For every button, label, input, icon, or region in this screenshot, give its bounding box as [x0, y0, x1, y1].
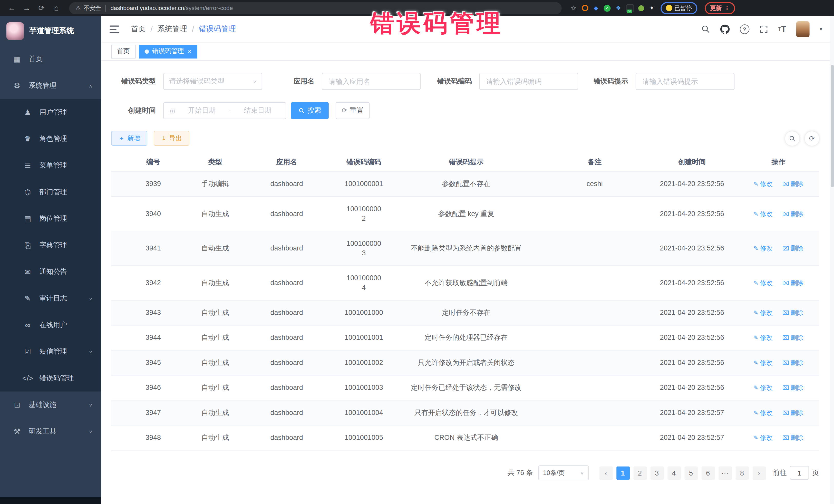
help-icon[interactable]: ?	[740, 24, 749, 34]
extension-icon-key[interactable]	[638, 5, 644, 11]
export-button-label: 导出	[169, 134, 182, 143]
browser-update-button[interactable]: 更新 ⋮	[705, 2, 735, 14]
page-button[interactable]: 5	[684, 466, 698, 480]
cell-msg: 只有开启状态的任务，才可以修改	[389, 400, 543, 425]
avatar-caret-icon[interactable]: ▾	[820, 26, 822, 32]
sidebar-item[interactable]: ☰ 菜单管理	[0, 152, 101, 179]
sidebar-item[interactable]: ⊡ 基础设施 ∨	[0, 392, 101, 418]
home-icon[interactable]: ⌂	[50, 4, 62, 12]
search-button[interactable]: 搜索	[291, 102, 329, 119]
profile-paused-badge[interactable]: 已暂停	[660, 2, 697, 14]
sidebar-item[interactable]: </> 错误码管理	[0, 365, 101, 392]
back-icon[interactable]: ←	[6, 4, 18, 12]
trash-icon: ⌧	[782, 408, 789, 418]
page-button[interactable]: 6	[701, 466, 715, 480]
edit-link[interactable]: ✎修改	[753, 433, 773, 442]
edit-link[interactable]: ✎修改	[753, 408, 773, 418]
reset-button[interactable]: ⟳ 重置	[336, 102, 370, 119]
sidebar: 芋道管理系统 ▦ 首页 ⚙ 系统管理 ∧ ♟ 用户管理	[0, 16, 101, 504]
goto-page-input[interactable]	[790, 466, 809, 480]
sidebar-item[interactable]: ⚙ 系统管理 ∧	[0, 72, 101, 99]
sidebar-item[interactable]: ⎘ 字典管理	[0, 232, 101, 259]
font-size-icon[interactable]: TT	[778, 24, 786, 34]
bookmark-star-icon[interactable]: ☆	[570, 4, 577, 12]
search-icon[interactable]	[701, 24, 710, 34]
toggle-search-button[interactable]	[785, 131, 799, 146]
refresh-button[interactable]: ⟳	[805, 131, 819, 146]
page-button[interactable]: 2	[633, 466, 647, 480]
page-button[interactable]: 3	[650, 466, 664, 480]
extension-icon-blue-gem[interactable]: ◆	[593, 5, 599, 12]
edit-link[interactable]: ✎修改	[753, 278, 773, 288]
sidebar-item[interactable]: ▦ 首页	[0, 46, 101, 72]
prev-page-button[interactable]: ‹	[599, 466, 613, 480]
url-path: /system/error-code	[184, 5, 233, 11]
sidebar-toggle-icon[interactable]	[110, 25, 119, 32]
app-title: 芋道管理系统	[29, 26, 74, 36]
delete-link[interactable]: ⌧删除	[782, 308, 803, 317]
delete-link[interactable]: ⌧删除	[782, 333, 803, 343]
extension-icon-orange-ring[interactable]	[582, 5, 588, 11]
breadcrumb-home[interactable]: 首页	[131, 24, 146, 34]
reload-icon[interactable]: ⟳	[36, 4, 47, 12]
next-page-button[interactable]: ›	[752, 466, 766, 480]
sidebar-item[interactable]: ∞ 在线用户	[0, 312, 101, 338]
sidebar-item[interactable]: ⌬ 部门管理	[0, 179, 101, 205]
extension-icon-dark[interactable]: on	[626, 4, 634, 12]
error-type-select[interactable]: 请选择错误码类型 ∨	[163, 73, 262, 90]
edit-link[interactable]: ✎修改	[753, 358, 773, 368]
page-button[interactable]: 1	[616, 466, 630, 480]
fullscreen-icon[interactable]	[759, 25, 768, 33]
sidebar-item[interactable]: ▤ 岗位管理	[0, 205, 101, 232]
edit-link[interactable]: ✎修改	[753, 179, 773, 189]
sidebar-item[interactable]: ✉ 通知公告	[0, 258, 101, 285]
sidebar-item[interactable]: ☑ 短信管理 ∨	[0, 338, 101, 365]
delete-link[interactable]: ⌧删除	[782, 243, 803, 253]
edit-link[interactable]: ✎修改	[753, 383, 773, 392]
cell-time: 2021-04-20 23:52:56	[646, 325, 738, 350]
breadcrumb-system[interactable]: 系统管理	[157, 24, 187, 34]
github-icon[interactable]	[720, 24, 729, 34]
table-row: 3942 自动生成 dashboard 100100000 4 不允许获取敏感配…	[111, 266, 819, 301]
extension-icon-green-check[interactable]: ✓	[604, 5, 611, 12]
avatar[interactable]	[796, 21, 810, 37]
forward-icon[interactable]: →	[21, 4, 32, 12]
sidebar-item[interactable]: ♟ 用户管理	[0, 99, 101, 126]
delete-link[interactable]: ⌧删除	[782, 358, 803, 368]
sidebar-item-icon: ⊡	[12, 400, 22, 409]
extension-icon-grid[interactable]: ❖	[615, 5, 622, 12]
cell-msg: 定时任务的处理器已经存在	[389, 325, 543, 350]
delete-link[interactable]: ⌧删除	[782, 433, 803, 442]
edit-link[interactable]: ✎修改	[753, 308, 773, 317]
edit-link[interactable]: ✎修改	[753, 243, 773, 253]
add-button[interactable]: ＋ 新增	[111, 131, 147, 146]
page-button[interactable]: 8	[736, 466, 749, 480]
extensions-puzzle-icon[interactable]: ✦	[649, 5, 655, 12]
error-msg-input[interactable]	[641, 77, 729, 86]
sidebar-item[interactable]: ♛ 角色管理	[0, 126, 101, 152]
close-icon[interactable]: ×	[188, 48, 192, 55]
page-button[interactable]: ···	[718, 466, 731, 480]
delete-link[interactable]: ⌧删除	[782, 383, 803, 392]
edit-link[interactable]: ✎修改	[753, 209, 773, 219]
delete-link[interactable]: ⌧删除	[782, 179, 803, 189]
tab[interactable]: 首页 ×	[111, 44, 135, 58]
error-code-input[interactable]	[485, 77, 572, 86]
scrollbar-thumb[interactable]	[831, 65, 834, 187]
export-button[interactable]: ↧ 导出	[154, 131, 190, 146]
sidebar-item[interactable]: ⚒ 研发工具 ∨	[0, 418, 101, 445]
delete-link[interactable]: ⌧删除	[782, 278, 803, 288]
delete-link[interactable]: ⌧删除	[782, 209, 803, 219]
app-name-input[interactable]	[328, 77, 415, 86]
edit-link[interactable]: ✎修改	[753, 333, 773, 343]
cell-app: dashboard	[235, 375, 338, 400]
sidebar-item[interactable]: ✎ 审计日志 ∨	[0, 285, 101, 312]
sidebar-item-label: 系统管理	[29, 81, 57, 90]
delete-link[interactable]: ⌧删除	[782, 408, 803, 418]
page-scrollbar[interactable]	[830, 16, 834, 504]
tab[interactable]: 错误码管理 ×	[139, 44, 197, 58]
page-size-select[interactable]: 10条/页 ∨	[539, 465, 589, 480]
page-button[interactable]: 4	[667, 466, 681, 480]
date-range-picker[interactable]: ⊞ 开始日期 - 结束日期	[163, 102, 286, 119]
table-row: 3946 自动生成 dashboard 1001001003 定时任务已经处于该…	[111, 375, 819, 400]
